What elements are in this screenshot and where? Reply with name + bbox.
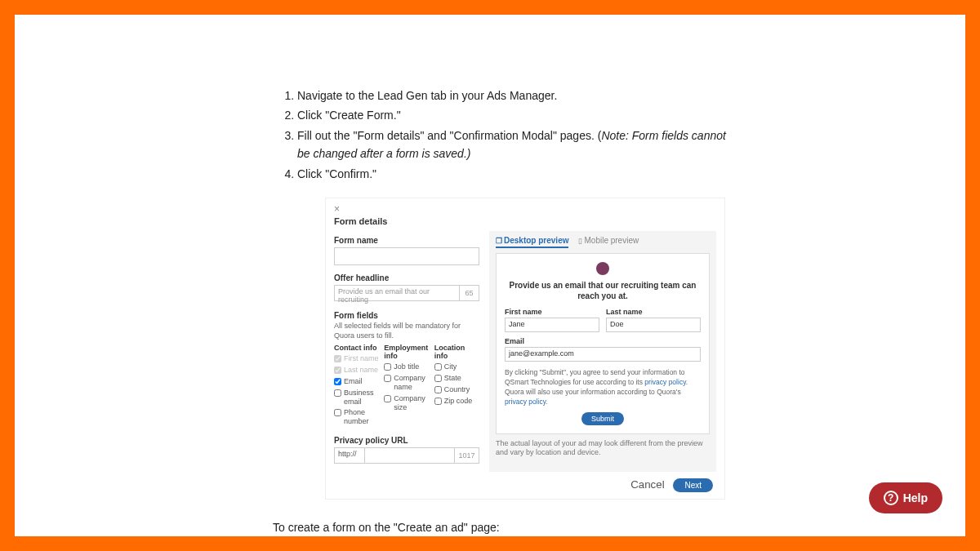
avatar [596,262,609,275]
second-paragraph: To create a form on the "Create an ad" p… [273,521,730,534]
panel-footer: Cancel Next [334,472,716,499]
field-company-size[interactable]: Company size [384,394,429,412]
email-input[interactable]: jane@example.com [505,347,701,362]
field-city[interactable]: City [434,362,479,371]
first-name-label: First name [505,308,599,316]
checkbox-zip[interactable] [434,398,442,405]
privacy-policy-link-2[interactable]: privacy policy [505,398,546,406]
checkbox-company-size[interactable] [384,395,391,402]
page: Navigate to the Lead Gen tab in your Ads… [15,15,965,536]
checkbox-country[interactable] [434,386,442,393]
field-zip[interactable]: Zip code [434,397,479,406]
field-company-name[interactable]: Company name [384,374,429,392]
field-last-name: Last name [334,366,379,375]
field-business-email[interactable]: Business email [334,389,379,407]
disclaimer: By clicking "Submit", you agree to send … [505,368,701,407]
contact-info-head: Contact info [334,344,379,352]
help-button[interactable]: ? Help [869,482,942,513]
last-name-input[interactable]: Doe [606,318,701,332]
privacy-label: Privacy policy URL [334,436,479,445]
employment-info-col: Employment info Job title Company name C… [384,344,429,426]
field-state[interactable]: State [434,374,479,383]
last-name-label: Last name [606,308,701,316]
checkbox-last-name [334,367,341,374]
step-4: Click "Confirm." [297,165,730,183]
checkbox-business-email[interactable] [334,389,341,397]
contact-info-col: Contact info First name Last name Email … [334,344,379,426]
close-icon[interactable]: × [334,203,340,215]
outer-frame: Navigate to the Lead Gen tab in your Ads… [0,0,980,551]
step-2: Click "Create Form." [297,106,730,124]
offer-headline-count: 65 [460,285,479,301]
form-fields-label: Form fields [334,311,479,320]
employment-info-head: Employment info [384,344,429,360]
mobile-icon: ▯ [578,237,582,245]
step-3-text: Fill out the "Form details" and "Confirm… [297,129,601,142]
help-label: Help [903,491,928,504]
location-info-col: Location info City State Country Zip cod… [434,344,479,426]
field-email[interactable]: Email [334,377,379,386]
field-job-title[interactable]: Job title [384,362,429,371]
form-fields-sub: All selected fields will be mandatory fo… [334,322,479,340]
step-1: Navigate to the Lead Gen tab in your Ads… [297,87,730,104]
checkbox-state[interactable] [434,375,442,382]
checkbox-job-title[interactable] [384,363,391,371]
help-icon: ? [884,491,898,505]
privacy-policy-link-1[interactable]: privacy policy [644,378,685,386]
privacy-count: 1017 [455,447,479,464]
checkbox-first-name [334,355,341,362]
desktop-icon: ❐ [496,237,502,245]
instructions-list-1: Navigate to the Lead Gen tab in your Ads… [273,87,730,183]
preview-layout-note: The actual layout of your ad may look di… [496,439,710,458]
privacy-url-input[interactable] [365,447,455,464]
form-name-label: Form name [334,236,479,245]
preview-tabs: ❐Desktop preview ▯Mobile preview [496,236,710,248]
field-first-name: First name [334,354,379,363]
tab-desktop-preview[interactable]: ❐Desktop preview [496,236,568,248]
field-country[interactable]: Country [434,385,479,394]
next-button[interactable]: Next [673,478,713,492]
submit-button[interactable]: Submit [581,412,624,425]
step-3: Fill out the "Form details" and "Confirm… [297,127,730,163]
email-label: Email [505,337,701,345]
checkbox-email[interactable] [334,378,341,385]
cancel-button[interactable]: Cancel [630,478,665,491]
panel-title: Form details [334,216,716,226]
form-details-screenshot: × Form details Form name Offer headline … [325,198,725,500]
checkbox-phone[interactable] [334,409,341,416]
checkbox-city[interactable] [434,363,442,371]
privacy-protocol[interactable]: http:// [334,447,365,464]
field-phone[interactable]: Phone number [334,408,379,426]
preview-headline: Provide us an email that our recruiting … [505,280,701,301]
article-content: Navigate to the Lead Gen tab in your Ads… [273,87,730,536]
form-left-column: Form name Offer headline Provide us an e… [334,231,479,472]
offer-headline-input[interactable]: Provide us an email that our recruiting [334,285,460,301]
preview-column: ❐Desktop preview ▯Mobile preview Provide… [489,231,716,472]
offer-headline-label: Offer headline [334,273,479,282]
tab-mobile-preview[interactable]: ▯Mobile preview [578,236,639,248]
location-info-head: Location info [434,344,479,360]
checkbox-company-name[interactable] [384,375,391,382]
first-name-input[interactable]: Jane [505,318,599,332]
form-name-input[interactable] [334,247,479,265]
preview-card: Provide us an email that our recruiting … [496,253,710,434]
